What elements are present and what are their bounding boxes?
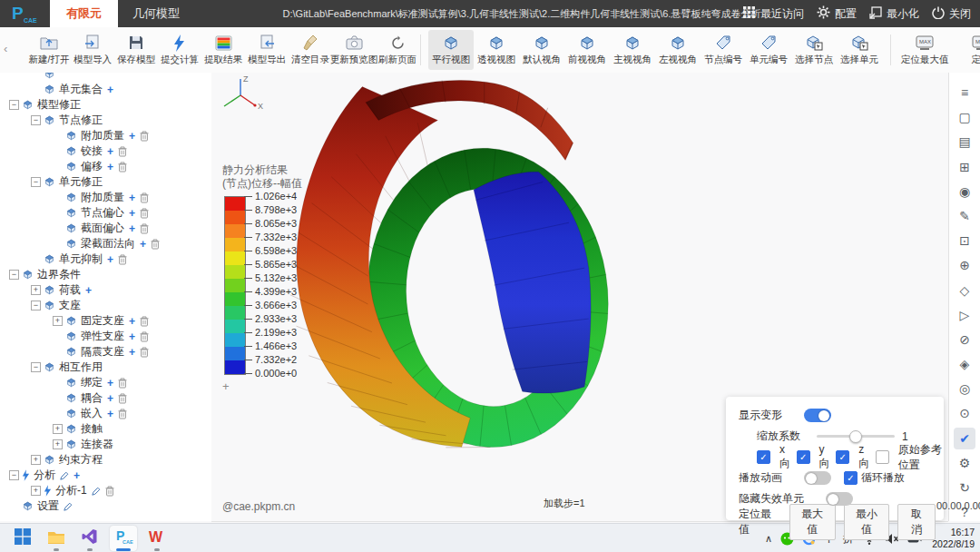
visual-studio-taskbar-icon[interactable] [76,526,103,551]
tree-row[interactable]: 节点偏心+ [0,205,211,221]
expand-icon[interactable]: + [31,455,41,465]
add-icon[interactable]: + [107,253,113,266]
add-icon[interactable]: + [129,346,135,359]
delete-icon[interactable] [140,223,149,234]
delete-icon[interactable] [140,331,149,342]
explorer-taskbar-icon[interactable] [43,526,70,551]
show-deform-toggle[interactable] [804,409,831,422]
viewport-3d[interactable]: X Z 静力分析结果 (节点)位移--幅值 1.026e+48.798e+38.… [211,73,948,522]
axis-checkbox-x向[interactable]: ✓ [757,450,770,464]
edit-icon[interactable] [64,502,73,511]
start-taskbar-icon[interactable] [9,526,36,551]
toolbar-button[interactable]: 选择节点 [791,30,837,70]
toolbar-button[interactable]: MAX定位最大值 [897,30,953,70]
tree-row[interactable]: −模型修正 [0,97,211,113]
add-icon[interactable]: + [129,222,135,235]
add-icon[interactable]: + [107,377,113,389]
delete-icon[interactable] [118,146,127,157]
pencil-icon[interactable]: ✎ [954,205,975,227]
toolbar-button[interactable]: 刷新页面 [376,30,419,70]
tree-row[interactable]: −分析+ [0,468,211,483]
hide-failed-toggle[interactable] [826,492,853,506]
tree-row[interactable]: +约束方程 [0,452,211,468]
toolbar-button[interactable]: 新建/打开 [27,30,71,70]
frame-icon[interactable]: ▢ [954,106,975,128]
gear-icon[interactable]: ⚙ [954,452,975,474]
cube-icon[interactable]: ◈ [954,353,975,375]
tree-row[interactable]: −支座 [0,298,211,313]
expand-icon[interactable]: + [53,424,63,434]
loop-playback-checkbox[interactable]: ✓ [844,471,858,485]
collapse-icon[interactable]: − [31,115,41,125]
doc-check-icon[interactable]: ✔ [954,428,975,449]
toolbar-button[interactable]: 更新预览图 [332,30,376,70]
tree-row[interactable]: +接触 [0,421,211,437]
tree-row[interactable]: 弹性支座+ [0,329,211,344]
add-icon[interactable]: + [85,284,92,297]
tree-row[interactable]: −单元修正 [0,174,211,190]
add-icon[interactable]: + [107,408,113,420]
delete-icon[interactable] [118,162,127,172]
collapse-icon[interactable]: − [31,177,41,187]
paperclip-icon[interactable]: ⊘ [954,329,975,350]
tree-row[interactable] [0,73,211,82]
max-value-button[interactable]: 最大值 [789,504,836,540]
toolbar-button[interactable]: 左视视角 [655,30,701,70]
export-arrow-icon[interactable]: ▷ [954,304,975,326]
toolbar-button[interactable]: 默认视角 [519,30,564,70]
layout-grid-icon[interactable]: ⊞ [954,156,975,178]
expand-icon[interactable]: + [31,486,41,496]
titlebar-action-minimize[interactable]: 最小化 [869,6,919,22]
add-icon[interactable]: + [140,238,146,251]
tree-row[interactable]: +连接器 [0,437,211,452]
add-icon[interactable]: + [107,392,113,405]
tag-icon[interactable]: ◇ [954,280,975,301]
toolbar-button[interactable]: 选择单元 [837,30,882,70]
toolbar-button[interactable]: 前视视角 [564,30,610,70]
delete-icon[interactable] [140,347,149,358]
tree-row[interactable]: −节点修正 [0,113,211,128]
tree-row[interactable]: 附加质量+ [0,190,211,205]
tree-row[interactable]: +荷载+ [0,282,211,298]
delete-icon[interactable] [118,378,127,389]
axis-checkbox-y向[interactable]: ✓ [797,450,810,464]
add-icon[interactable]: + [74,469,80,482]
toolbar-button[interactable]: MAX定位 [953,30,980,70]
toolbar-button[interactable]: 主视视角 [610,30,655,70]
toolbar-scroll-left-icon[interactable]: ‹ [4,42,7,55]
titlebar-action-power[interactable]: 关闭 [932,6,971,22]
menu-icon[interactable]: ≡ [954,82,975,104]
add-icon[interactable]: + [107,161,113,173]
scale-factor-slider[interactable] [817,435,895,438]
delete-icon[interactable] [151,239,160,250]
toolbar-button[interactable]: 节点编号 [701,30,746,70]
tree-row[interactable]: 铰接+ [0,143,211,159]
delete-icon[interactable] [140,208,149,219]
tree-row[interactable]: 设置 [0,498,211,514]
cancel-button[interactable]: 取消 [897,504,936,540]
add-icon[interactable]: + [107,145,113,158]
collapse-icon[interactable]: − [9,270,19,280]
add-icon[interactable]: + [107,84,113,96]
edit-icon[interactable] [92,487,101,496]
tab-fea[interactable]: 有限元 [50,0,118,27]
pointer-hand-icon[interactable]: ◉ [954,181,975,202]
tab-geometry[interactable]: 几何模型 [116,0,196,27]
tree-row[interactable]: 隔震支座+ [0,344,211,360]
doc-list-icon[interactable]: ▤ [954,131,975,153]
cube-add-icon[interactable]: ⊕ [954,254,975,276]
delete-icon[interactable] [140,131,149,142]
titlebar-action-grid[interactable]: 最近访问 [742,5,804,22]
tree-row[interactable]: 单元抑制+ [0,251,211,267]
delete-icon[interactable] [140,192,149,203]
tree-row[interactable]: 绑定+ [0,375,211,390]
tree-row[interactable]: 附加质量+ [0,128,211,143]
toolbar-button[interactable]: 模型导入 [71,30,114,70]
collapse-icon[interactable]: − [31,301,41,310]
refresh-icon[interactable]: ↻ [954,477,975,498]
toolbar-button[interactable]: 提取结果 [201,30,245,70]
min-value-button[interactable]: 最小值 [844,504,890,540]
tree-row[interactable]: −边界条件 [0,267,211,282]
toolbar-button[interactable]: 提交计算 [158,30,201,70]
expand-icon[interactable]: + [53,316,63,326]
